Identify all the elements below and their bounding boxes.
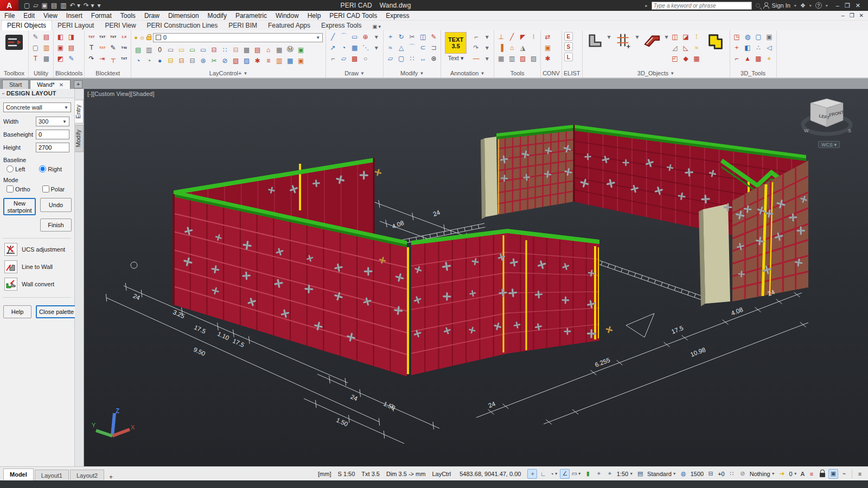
tool-icon[interactable]: ▩ xyxy=(241,44,252,55)
tool-icon[interactable]: ▾ xyxy=(482,53,492,63)
tool-icon[interactable]: ◧ xyxy=(55,31,66,42)
search-icon[interactable] xyxy=(756,3,760,8)
annotation-visibility-toggle[interactable]: ⌖ xyxy=(594,469,604,479)
tool-icon[interactable]: ⌐ xyxy=(732,53,742,63)
tool-icon[interactable]: ▦ xyxy=(274,44,284,55)
tool-icon[interactable]: ▐ xyxy=(496,42,506,53)
collapse-search-icon[interactable]: ▸ xyxy=(646,3,648,8)
menu-modify[interactable]: Modify xyxy=(203,11,231,21)
tool-icon[interactable]: S xyxy=(564,42,573,51)
corner-3d-button[interactable] xyxy=(641,31,663,50)
tool-icon[interactable]: ▨ xyxy=(528,53,539,63)
tool-icon[interactable]: ↗ xyxy=(328,42,338,53)
tool-icon[interactable]: ⇄ xyxy=(542,31,553,42)
tool-icon[interactable]: ▱ xyxy=(385,53,395,63)
menu-insert[interactable]: Insert xyxy=(62,11,87,21)
tool-icon[interactable]: ⌂ xyxy=(507,42,517,53)
tool-icon[interactable]: Ⓜ xyxy=(285,44,295,55)
polar-checkbox[interactable]: Polar xyxy=(42,185,65,192)
tool-icon[interactable]: ◫ xyxy=(418,31,428,42)
ribbon-group-label[interactable]: Blocktools xyxy=(55,69,82,78)
chevron-down-icon[interactable]: ▼ xyxy=(480,71,484,76)
ribbon-group-label[interactable]: Annotation▼ xyxy=(443,69,492,78)
tool-icon[interactable]: ⌒ xyxy=(407,42,417,53)
tool-icon[interactable]: ▧ xyxy=(231,55,241,66)
apps-dropdown-icon[interactable]: ▾ xyxy=(809,3,812,8)
selection-filter-dropdown[interactable]: Nothing▼ xyxy=(749,471,776,477)
line-to-wall-tool[interactable]: Line to Wall xyxy=(4,260,70,273)
new-file-icon[interactable]: ▢ xyxy=(24,2,30,9)
wall-type-select[interactable]: Concrete wall▼ xyxy=(3,102,71,112)
menu-window[interactable]: Window xyxy=(271,11,303,21)
layer-freeze-icon[interactable]: ☼ xyxy=(139,34,145,41)
tool-icon[interactable]: TXT xyxy=(97,31,107,42)
redo-icon[interactable]: ↷ ▾ xyxy=(84,2,94,9)
menu-express[interactable]: Express xyxy=(381,11,413,21)
tool-icon[interactable]: ✂ xyxy=(209,55,219,66)
tool-icon[interactable]: ◿ xyxy=(670,42,680,53)
tool-icon[interactable]: ◔ xyxy=(144,55,154,66)
tool-icon[interactable]: ┬ xyxy=(108,53,118,63)
tool-icon[interactable]: ∷ xyxy=(220,44,230,55)
ribbon-tab-peri-bim[interactable]: PERI BIM xyxy=(223,21,263,30)
tool-icon[interactable]: ↷ xyxy=(471,42,481,53)
tool-icon[interactable]: ≈ xyxy=(385,42,395,53)
ortho-toggle[interactable]: ∟ xyxy=(538,469,548,479)
ribbon-group-label[interactable]: Tools xyxy=(496,69,539,78)
toolbox-button[interactable] xyxy=(2,31,27,53)
autocad-logo[interactable]: A xyxy=(0,0,18,11)
tool-icon[interactable]: ∷ xyxy=(407,53,417,63)
polar-tracking-toggle[interactable]: ◔▼ xyxy=(549,469,559,479)
annotation-count-dropdown[interactable]: 0▼ xyxy=(788,471,799,477)
menu-edit[interactable]: Edit xyxy=(19,11,39,21)
ribbon-overflow-icon[interactable]: ▣ ▾ xyxy=(371,23,384,30)
tool-icon[interactable]: ⊘ xyxy=(220,55,230,66)
tool-icon[interactable]: ╱ xyxy=(328,31,338,42)
checkbox-ortho[interactable] xyxy=(7,185,14,192)
osnap-toggle[interactable]: ▭▼ xyxy=(571,469,582,479)
tool-icon[interactable]: E xyxy=(564,32,573,41)
tool-icon[interactable]: ⊐ xyxy=(429,42,439,53)
tool-icon[interactable]: ▣ xyxy=(542,42,553,53)
tool-icon[interactable]: ▣ xyxy=(55,42,66,53)
wall-convert-icon[interactable] xyxy=(4,278,17,291)
tool-icon[interactable]: I xyxy=(528,31,539,42)
isodraft-toggle[interactable]: ∠ xyxy=(560,469,570,479)
new-startpoint-button[interactable]: New startpoint xyxy=(3,198,36,215)
line-to-wall-icon[interactable] xyxy=(4,260,17,273)
ribbon-group-label[interactable]: 3D_Tools xyxy=(732,69,775,78)
quick-properties-icon[interactable]: ∷ xyxy=(727,469,737,479)
tool-icon[interactable]: ⊟ xyxy=(165,55,176,66)
tool-icon[interactable]: ╱ xyxy=(507,31,517,42)
model-viewport[interactable]: 243.2517.51.1017.59.501.50241.50246.2551… xyxy=(84,89,868,466)
tool-icon[interactable]: ▢ xyxy=(30,42,41,53)
tool-icon[interactable]: — xyxy=(471,53,481,63)
tool-icon[interactable]: ⊟ xyxy=(187,55,197,66)
tool-icon[interactable]: ◤ xyxy=(518,31,528,42)
tool-icon[interactable]: L xyxy=(564,53,573,61)
tool-icon[interactable]: ↻ xyxy=(396,31,406,42)
tool-icon[interactable]: ◳ xyxy=(732,31,742,42)
ribbon-group-label[interactable]: CONV xyxy=(542,69,560,78)
tool-icon[interactable]: ▤ xyxy=(41,31,52,42)
tool-icon[interactable]: ＋ xyxy=(732,42,742,53)
save-as-icon[interactable]: ▤ xyxy=(51,2,57,9)
signin-dropdown-icon[interactable]: ▾ xyxy=(794,3,796,8)
tool-icon[interactable]: ≈ xyxy=(692,42,702,53)
close-button[interactable]: ✕ xyxy=(856,2,860,9)
ribbon-group-label[interactable]: LayControl+▼ xyxy=(133,69,324,78)
customization-menu-icon[interactable]: ≡ xyxy=(855,469,865,479)
height-field[interactable] xyxy=(36,143,69,152)
grid-spacing-value[interactable]: 1500 xyxy=(690,471,705,477)
sign-in-link[interactable]: Sign In xyxy=(772,2,790,9)
help-dropdown-icon[interactable]: ▾ xyxy=(826,3,828,8)
ribbon-group-label[interactable]: 3D_Objects▼ xyxy=(584,69,728,78)
ribbon-group-label[interactable]: Draw▼ xyxy=(328,69,381,78)
ribbon-group-label[interactable]: ELIST xyxy=(564,69,580,78)
tool-icon[interactable]: ▣ xyxy=(764,31,775,42)
radio-left[interactable] xyxy=(7,165,14,172)
tool-icon[interactable]: ◍ xyxy=(743,31,753,42)
elevation-offset[interactable]: +0 xyxy=(717,471,726,477)
layout-tab-layout2[interactable]: Layout2 xyxy=(70,470,104,481)
drawing-settings-info[interactable]: [mm]S 1:50Txt 3.5Dim 3.5 -> mmLayCtrl xyxy=(318,471,451,477)
